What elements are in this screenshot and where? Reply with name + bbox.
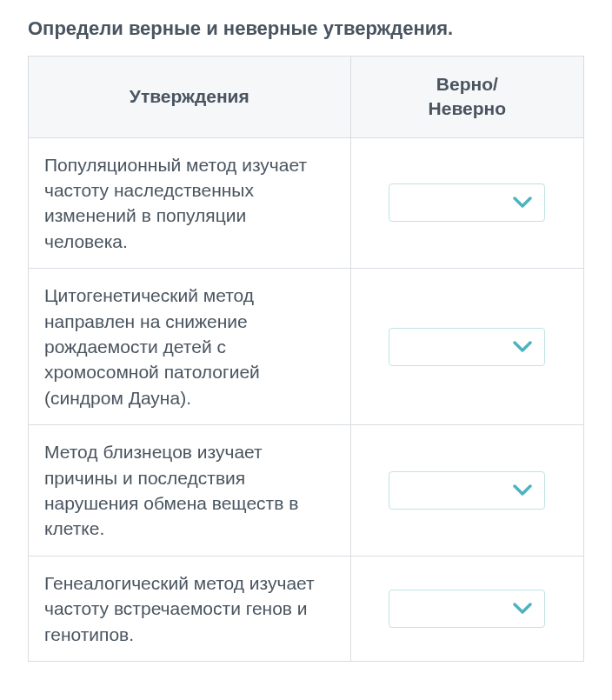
- chevron-down-icon: [513, 341, 532, 353]
- statement-cell: Метод близнецов изучает причины и послед…: [29, 425, 351, 557]
- chevron-down-icon: [513, 603, 532, 615]
- answer-select[interactable]: [389, 590, 545, 628]
- answer-cell: [350, 269, 583, 425]
- table-row: Генеалогический метод изучает частоту вс…: [29, 556, 584, 661]
- statement-cell: Популяционный метод изучает частоту насл…: [29, 137, 351, 269]
- page-title: Определи верные и неверные утверждения.: [28, 17, 584, 40]
- header-statement: Утверждения: [29, 57, 351, 138]
- answer-cell: [350, 556, 583, 661]
- header-answer: Верно/Неверно: [350, 57, 583, 138]
- chevron-down-icon: [513, 484, 532, 497]
- answer-cell: [350, 137, 583, 269]
- answer-select[interactable]: [389, 183, 545, 222]
- statement-cell: Цитогенетический метод направлен на сниж…: [29, 269, 351, 425]
- chevron-down-icon: [513, 197, 532, 209]
- answer-select[interactable]: [389, 471, 545, 510]
- table-row: Цитогенетический метод направлен на сниж…: [29, 269, 584, 425]
- answer-cell: [350, 425, 583, 557]
- statements-table: Утверждения Верно/Неверно Популяционный …: [28, 56, 584, 662]
- answer-select[interactable]: [389, 328, 545, 366]
- table-row: Популяционный метод изучает частоту насл…: [29, 137, 584, 269]
- table-row: Метод близнецов изучает причины и послед…: [29, 425, 584, 557]
- statement-cell: Генеалогический метод изучает частоту вс…: [29, 556, 351, 661]
